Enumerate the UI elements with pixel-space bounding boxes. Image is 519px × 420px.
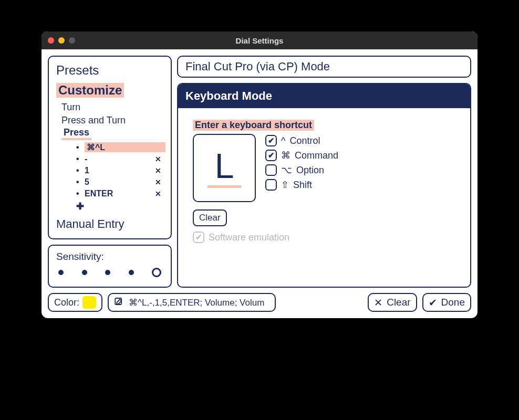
dial-settings-window: Dial Settings Presets Customize Turn Pre… bbox=[41, 32, 478, 318]
titlebar: Dial Settings bbox=[41, 32, 478, 49]
bullet-icon: • bbox=[76, 189, 85, 198]
sidebar-panel: Presets Customize Turn Press and Turn Pr… bbox=[48, 56, 172, 239]
shortcut-key-input[interactable]: L bbox=[193, 134, 256, 202]
sensitivity-step-2[interactable] bbox=[82, 270, 87, 275]
modifier-label: Shift bbox=[293, 180, 312, 191]
sensitivity-step-1[interactable] bbox=[58, 270, 64, 275]
shortcut-row-3[interactable]: • 5 ✕ bbox=[76, 176, 165, 188]
footer-clear-button[interactable]: ✕ Clear bbox=[368, 293, 417, 312]
shortcut-label: - bbox=[85, 154, 155, 164]
summary-field[interactable]: ⌘^L,-,1,5,ENTER; Volume; Volum bbox=[108, 293, 276, 312]
bullet-icon: • bbox=[76, 143, 85, 152]
footer-clear-label: Clear bbox=[387, 297, 410, 308]
add-shortcut-button[interactable]: ✚ bbox=[76, 201, 165, 212]
keyboard-prompt: Enter a keyboard shortcut bbox=[193, 120, 314, 131]
modifier-option[interactable]: ⌥ Option bbox=[265, 164, 338, 176]
modifier-symbol: ^ bbox=[281, 135, 285, 146]
delete-shortcut-icon[interactable]: ✕ bbox=[155, 166, 165, 175]
presets-heading[interactable]: Presets bbox=[56, 63, 165, 78]
check-icon: ✔ bbox=[429, 297, 437, 309]
modifier-symbol: ⇧ bbox=[281, 179, 289, 191]
sensitivity-step-5-selected[interactable] bbox=[152, 268, 161, 277]
content-area: Presets Customize Turn Press and Turn Pr… bbox=[41, 49, 478, 318]
close-window-button[interactable] bbox=[48, 37, 54, 44]
shortcut-label: 5 bbox=[85, 177, 155, 187]
modifier-shift[interactable]: ⇧ Shift bbox=[265, 179, 338, 191]
delete-shortcut-icon[interactable]: ✕ bbox=[155, 190, 165, 198]
software-emulation-label: Software emulation bbox=[209, 232, 289, 243]
shortcut-row-1[interactable]: • - ✕ bbox=[76, 153, 165, 165]
close-icon: ✕ bbox=[374, 297, 382, 309]
modifier-label: Option bbox=[296, 165, 324, 176]
shortcut-label: ENTER bbox=[85, 189, 155, 198]
customize-heading[interactable]: Customize bbox=[56, 83, 124, 98]
zoom-window-button[interactable] bbox=[69, 37, 75, 44]
checkbox-checked-icon[interactable]: ✔ bbox=[265, 135, 277, 146]
footer-done-button[interactable]: ✔ Done bbox=[422, 293, 471, 312]
modifier-control[interactable]: ✔ ^ Control bbox=[265, 135, 338, 146]
modifier-label: Command bbox=[295, 150, 338, 161]
delete-shortcut-icon[interactable]: ✕ bbox=[155, 155, 165, 163]
sensitivity-step-4[interactable] bbox=[129, 270, 134, 275]
shortcut-row-4[interactable]: • ENTER ✕ bbox=[76, 188, 165, 200]
summary-text: ⌘^L,-,1,5,ENTER; Volume; Volum bbox=[129, 297, 264, 308]
shortcut-key-letter: L bbox=[215, 149, 234, 183]
shortcut-label: 1 bbox=[85, 166, 155, 175]
checkbox-disabled-icon: ✔ bbox=[193, 232, 204, 243]
color-label: Color: bbox=[54, 297, 79, 308]
minimize-window-button[interactable] bbox=[58, 37, 65, 44]
modifier-symbol: ⌥ bbox=[281, 164, 292, 176]
manual-entry-heading[interactable]: Manual Entry bbox=[56, 217, 165, 231]
edit-icon[interactable] bbox=[114, 297, 123, 308]
bullet-icon: • bbox=[76, 166, 85, 175]
sidebar-item-press-and-turn[interactable]: Press and Turn bbox=[61, 114, 165, 127]
modifier-list: ✔ ^ Control ✔ ⌘ Command ⌥ bbox=[265, 134, 338, 191]
keyboard-mode-body: Enter a keyboard shortcut L ✔ ^ Control bbox=[178, 108, 470, 255]
shortcut-row-0[interactable]: • ⌘^L bbox=[76, 141, 165, 153]
sidebar-item-turn[interactable]: Turn bbox=[61, 101, 165, 114]
shortcut-label: ⌘^L bbox=[85, 142, 165, 152]
modifier-label: Control bbox=[289, 135, 320, 146]
bullet-icon: • bbox=[76, 154, 85, 164]
bullet-icon: • bbox=[76, 177, 85, 187]
modifier-symbol: ⌘ bbox=[281, 150, 290, 161]
right-column: Final Cut Pro (via CP) Mode Keyboard Mod… bbox=[177, 56, 471, 288]
modifier-command[interactable]: ✔ ⌘ Command bbox=[265, 150, 338, 161]
color-picker[interactable]: Color: bbox=[48, 293, 102, 312]
keyboard-mode-panel: Keyboard Mode Enter a keyboard shortcut … bbox=[177, 83, 471, 288]
sensitivity-label: Sensitivity: bbox=[56, 251, 163, 262]
sensitivity-slider[interactable] bbox=[56, 268, 163, 277]
shortcut-row-2[interactable]: • 1 ✕ bbox=[76, 165, 165, 176]
mode-title: Final Cut Pro (via CP) Mode bbox=[185, 60, 330, 73]
checkbox-unchecked-icon[interactable] bbox=[265, 179, 277, 191]
traffic-lights bbox=[48, 37, 75, 44]
keyboard-mode-header: Keyboard Mode bbox=[178, 84, 470, 108]
sidebar-item-press[interactable]: Press bbox=[61, 127, 91, 140]
press-shortcut-list: • ⌘^L • - ✕ • 1 ✕ • 5 bbox=[76, 141, 165, 200]
sensitivity-panel: Sensitivity: bbox=[48, 245, 172, 288]
clear-shortcut-button[interactable]: Clear bbox=[193, 209, 227, 226]
software-emulation-option: ✔ Software emulation bbox=[193, 232, 455, 243]
checkbox-checked-icon[interactable]: ✔ bbox=[265, 150, 277, 161]
footer-spacer bbox=[281, 293, 362, 312]
sensitivity-step-3[interactable] bbox=[105, 270, 110, 275]
footer-row: Color: ⌘^L,-,1,5,ENTER; Volume; Volum ✕ … bbox=[48, 293, 471, 312]
delete-shortcut-icon[interactable]: ✕ bbox=[155, 178, 165, 186]
checkbox-unchecked-icon[interactable] bbox=[265, 164, 277, 176]
color-swatch[interactable] bbox=[82, 296, 96, 309]
window-title: Dial Settings bbox=[41, 36, 478, 45]
shortcut-key-underline bbox=[207, 185, 241, 188]
footer-done-label: Done bbox=[441, 297, 465, 308]
mode-title-box[interactable]: Final Cut Pro (via CP) Mode bbox=[177, 56, 471, 78]
customize-sublist: Turn Press and Turn Press • ⌘^L • - ✕ • bbox=[61, 101, 165, 212]
